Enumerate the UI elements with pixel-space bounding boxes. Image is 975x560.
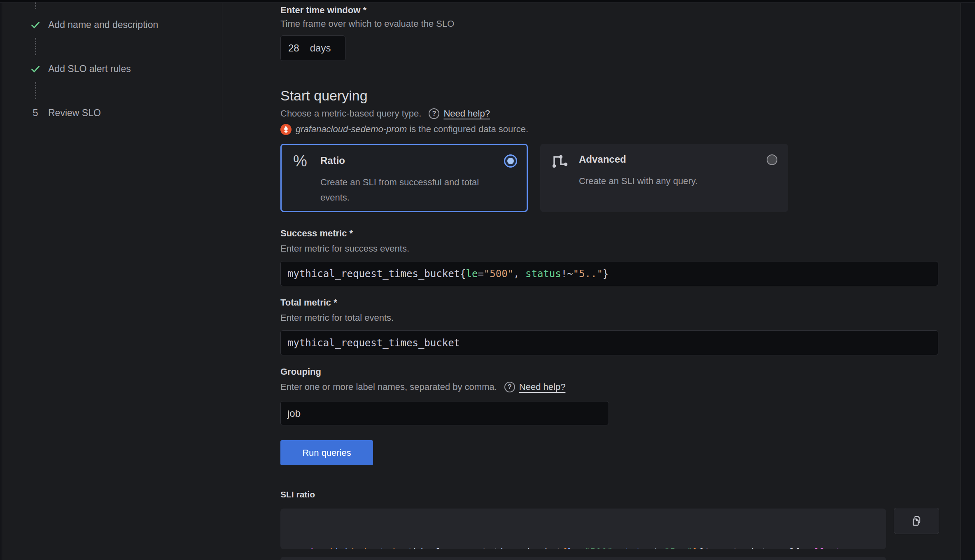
step-label: Add name and description — [48, 19, 158, 30]
time-window-value[interactable]: 28 — [288, 42, 299, 54]
datasource-name: grafanacloud-sedemo-prom — [296, 124, 407, 134]
prometheus-icon — [280, 124, 292, 135]
top-bar — [0, 0, 975, 2]
success-metric-description: Enter metric for success events. — [280, 243, 409, 254]
section-title: Start querying — [280, 88, 368, 104]
total-metric-label: Total metric * — [280, 296, 337, 309]
need-help-link[interactable]: Need help? — [443, 108, 490, 119]
sidebar-step-name-description[interactable]: Add name and description — [30, 19, 158, 31]
check-icon — [30, 63, 41, 74]
left-gutter — [0, 3, 2, 560]
sli-ratio-label: SLI ratio — [280, 488, 315, 501]
step-connector — [35, 38, 36, 55]
copy-icon — [910, 514, 923, 527]
query-type-card-ratio[interactable]: % Ratio Create an SLI from successful an… — [280, 144, 528, 212]
step-label: Review SLO — [48, 107, 101, 119]
copy-button[interactable] — [894, 508, 939, 534]
radio-selected-icon[interactable] — [505, 156, 516, 166]
total-metric-input[interactable]: mythical_request_times_bucket — [280, 330, 938, 355]
run-queries-button[interactable]: Run queries — [280, 440, 373, 465]
card-title: Advanced — [579, 154, 626, 165]
datasource-row: grafanacloud-sedemo-prom is the configur… — [280, 124, 528, 135]
total-metric-value: mythical_request_times_bucket — [287, 337, 460, 349]
percent-icon: % — [293, 152, 307, 170]
query-type-subtitle-row: Choose a metric-based query type. ? Need… — [280, 108, 490, 119]
radio-unselected-icon[interactable] — [767, 154, 777, 165]
sidebar-step-review-slo[interactable]: 5 Review SLO — [30, 107, 101, 119]
next-code-block-partial — [280, 557, 886, 560]
sidebar-divider — [222, 3, 222, 122]
question-circle-icon: ? — [504, 382, 515, 392]
success-metric-label: Success metric * — [280, 227, 353, 240]
step-chart-icon — [551, 153, 569, 169]
time-window-description: Time frame over which to evaluate the SL… — [280, 18, 454, 30]
success-metric-input[interactable]: mythical_request_times_bucket{le="500", … — [280, 261, 938, 286]
datasource-suffix: is the configured data source. — [407, 124, 528, 134]
sli-ratio-code-block: sum by (job) (rate(mythical_request_time… — [280, 509, 886, 549]
sidebar-step-alert-rules[interactable]: Add SLO alert rules — [30, 63, 131, 75]
card-title: Ratio — [320, 155, 345, 166]
step-connector — [35, 82, 36, 99]
card-description: Create an SLI from successful and total … — [320, 175, 485, 205]
step-connector — [35, 2, 36, 9]
success-metric-value: mythical_request_times_bucket{le="500", … — [287, 268, 609, 280]
time-window-input[interactable]: 28 days — [280, 35, 345, 61]
step-label: Add SLO alert rules — [48, 63, 131, 75]
step-number: 5 — [30, 107, 41, 119]
query-type-card-advanced[interactable]: Advanced Create an SLI with any query. — [540, 144, 788, 212]
total-metric-description: Enter metric for total events. — [280, 312, 394, 324]
card-description: Create an SLI with any query. — [579, 173, 744, 189]
time-window-unit: days — [310, 42, 331, 54]
need-help-link[interactable]: Need help? — [519, 382, 566, 392]
query-type-subtitle: Choose a metric-based query type. — [280, 108, 421, 119]
grouping-description: Enter one or more label names, separated… — [280, 381, 497, 393]
sli-ratio-code-line: sum by (job) (rate(mythical_request_time… — [288, 544, 879, 549]
grouping-description-row: Enter one or more label names, separated… — [280, 381, 565, 393]
check-icon — [30, 19, 41, 30]
grouping-label: Grouping — [280, 366, 321, 378]
time-window-label: Enter time window * — [280, 4, 366, 16]
grouping-value: job — [287, 408, 301, 419]
grouping-input[interactable]: job — [280, 401, 609, 425]
question-circle-icon: ? — [429, 108, 439, 119]
